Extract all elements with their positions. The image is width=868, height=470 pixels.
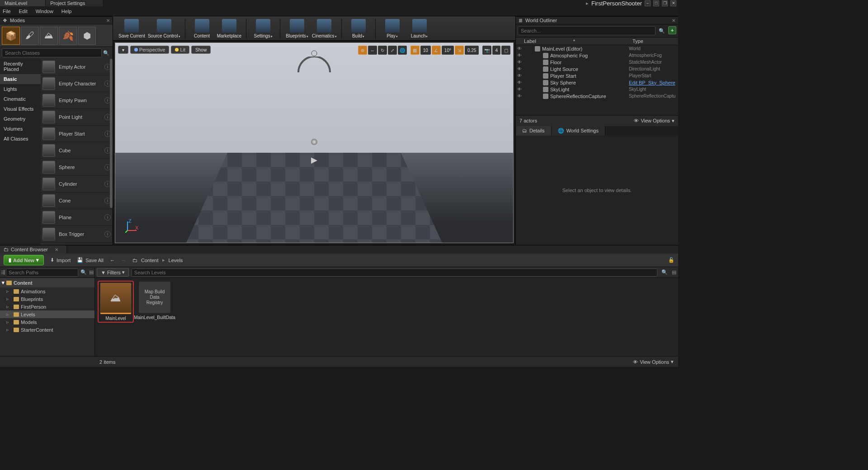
search-paths-input[interactable] (6, 268, 78, 277)
view-options-button[interactable]: 👁 View Options ▾ (634, 118, 675, 124)
filters-button[interactable]: ▼ Filters ▾ (97, 268, 129, 277)
cat-basic[interactable]: Basic (0, 74, 41, 84)
lit-button[interactable]: Lit (171, 46, 189, 54)
close-icon[interactable]: ✕ (55, 247, 58, 252)
search-icon[interactable]: 🔍 (660, 268, 669, 277)
scale-snap[interactable]: ⇲ (455, 46, 464, 55)
visibility-icon[interactable]: 👁 (516, 53, 523, 58)
outliner-search[interactable] (518, 26, 656, 35)
asset-mainlevel[interactable]: ⛰MainLevel (99, 282, 133, 322)
restore-button[interactable]: ❐ (662, 0, 668, 6)
folder-firstperson[interactable]: ▹ FirstPerson (0, 303, 94, 310)
actor-empty-actor[interactable]: Empty Actori (41, 59, 113, 75)
maximize-button[interactable]: □ (653, 0, 659, 6)
close-button[interactable]: ✕ (670, 0, 676, 6)
toggle-tree[interactable]: ⇶ (1, 269, 5, 275)
breadcrumb-levels[interactable]: Levels (169, 258, 183, 263)
camera-speed[interactable]: 📷 (482, 46, 491, 55)
add-new-button[interactable]: ▮ Add New ▾ (4, 255, 44, 265)
close-icon[interactable]: ✕ (106, 18, 110, 23)
viewport-dropdown[interactable]: ▾ (118, 46, 128, 54)
build-button[interactable]: Build▾ (346, 17, 371, 40)
cinematics-button[interactable]: Cinematics▾ (312, 17, 336, 40)
folder-models[interactable]: ▹ Models (0, 318, 94, 326)
menu-window[interactable]: Window (36, 9, 53, 14)
outliner-row[interactable]: 👁Player StartPlayerStart (516, 72, 678, 79)
maximize-viewport[interactable]: ▢ (501, 46, 510, 55)
tab-mainlevel[interactable]: MainLevel (0, 0, 46, 6)
actor-point-light[interactable]: Point Lighti (41, 109, 113, 126)
close-icon[interactable]: ✕ (672, 18, 675, 23)
marketplace-button[interactable]: Marketplace (217, 17, 241, 40)
scrollbar[interactable] (110, 59, 113, 208)
camera-value[interactable]: 4 (492, 46, 500, 55)
actor-cube[interactable]: Cubei (41, 142, 113, 159)
visibility-icon[interactable]: 👁 (516, 94, 523, 99)
outliner-row[interactable]: 👁SphereReflectionCaptureSphereReflection… (516, 93, 678, 99)
folder-blueprints[interactable]: ▹ Blueprints (0, 295, 94, 303)
content-button[interactable]: Content (190, 17, 214, 40)
actor-player-start[interactable]: Player Starti (41, 126, 113, 142)
view-options-button[interactable]: 👁 View Options ▾ (633, 359, 674, 365)
move-tool[interactable]: ↔ (368, 46, 377, 55)
actor-plane[interactable]: Planei (41, 209, 113, 226)
cat-volumes[interactable]: Volumes (0, 124, 41, 134)
cat-visual-effects[interactable]: Visual Effects (0, 104, 41, 114)
search-icon[interactable]: 🔍 (657, 26, 666, 35)
transform-mode[interactable]: ⊕ (358, 46, 367, 55)
menu-edit[interactable]: Edit (19, 9, 28, 14)
actor-box-trigger[interactable]: Box Triggeri (41, 226, 113, 243)
cat-recently-placed[interactable]: Recently Placed (0, 59, 41, 74)
search-assets-input[interactable] (132, 268, 657, 277)
tab-details[interactable]: 🗂Details (516, 126, 552, 136)
folder-animations[interactable]: ▹ Animations (0, 287, 94, 295)
collapse-icon[interactable]: ▤ (89, 269, 94, 275)
save-current-button[interactable]: Save Current (118, 17, 145, 40)
cat-geometry[interactable]: Geometry (0, 114, 41, 124)
search-icon[interactable]: 🔍 (79, 268, 88, 277)
menu-help[interactable]: Help (61, 9, 72, 14)
actor-empty-pawn[interactable]: Empty Pawni (41, 92, 113, 109)
nav-forward[interactable]: → (121, 258, 126, 263)
coord-space[interactable]: 🌐 (398, 46, 407, 55)
launch-button[interactable]: Launch▾ (407, 17, 432, 40)
col-label[interactable]: ▲Label (516, 38, 629, 45)
tree-content[interactable]: ▾ Content (0, 278, 94, 287)
outliner-row[interactable]: 👁Light SourceDirectionalLight (516, 66, 678, 72)
visibility-icon[interactable]: 👁 (516, 80, 523, 85)
actor-cone[interactable]: Conei (41, 193, 113, 209)
mode-geometry[interactable]: ⬢ (78, 27, 96, 45)
visibility-icon[interactable]: 👁 (516, 46, 523, 51)
search-classes-input[interactable] (2, 48, 102, 57)
tab-project-settings[interactable]: Project Settings (46, 0, 104, 6)
perspective-button[interactable]: Perspective (130, 46, 169, 54)
outliner-row[interactable]: 👁SkyLightSkyLight (516, 86, 678, 93)
mode-paint[interactable]: 🖌 (21, 27, 39, 45)
cat-cinematic[interactable]: Cinematic (0, 94, 41, 104)
folder-startercontent[interactable]: ▹ StarterContent (0, 326, 94, 334)
visibility-icon[interactable]: 👁 (516, 66, 523, 71)
cat-all-classes[interactable]: All Classes (0, 134, 41, 144)
visibility-icon[interactable]: 👁 (516, 60, 523, 65)
mode-foliage[interactable]: 🍂 (59, 27, 77, 45)
blueprints-button[interactable]: Blueprints▾ (285, 17, 309, 40)
rotate-tool[interactable]: ↻ (378, 46, 387, 55)
minimize-button[interactable]: – (645, 0, 651, 6)
visibility-icon[interactable]: 👁 (516, 87, 523, 92)
lock-button[interactable]: 🔓 (668, 257, 675, 263)
show-button[interactable]: Show (191, 46, 211, 54)
tab-world-settings[interactable]: 🌐World Settings (552, 126, 605, 136)
grid-snap[interactable]: ▦ (410, 46, 420, 55)
angle-snap[interactable]: ∠ (432, 46, 441, 55)
col-type[interactable]: Type (629, 38, 678, 45)
import-button[interactable]: ⬇Import (50, 257, 71, 263)
angle-value[interactable]: 10° (442, 46, 454, 55)
outliner-row[interactable]: 👁Sky SphereEdit BP_Sky_Sphere (516, 79, 678, 86)
mode-place[interactable]: 📦 (2, 27, 20, 45)
actor-cylinder[interactable]: Cylinderi (41, 176, 113, 193)
mode-landscape[interactable]: ⛰ (40, 27, 58, 45)
scale-value[interactable]: 0.25 (465, 46, 479, 55)
asset-settings[interactable]: ▤ (672, 269, 676, 275)
nav-back[interactable]: ← (110, 258, 115, 263)
menu-file[interactable]: File (3, 9, 11, 14)
